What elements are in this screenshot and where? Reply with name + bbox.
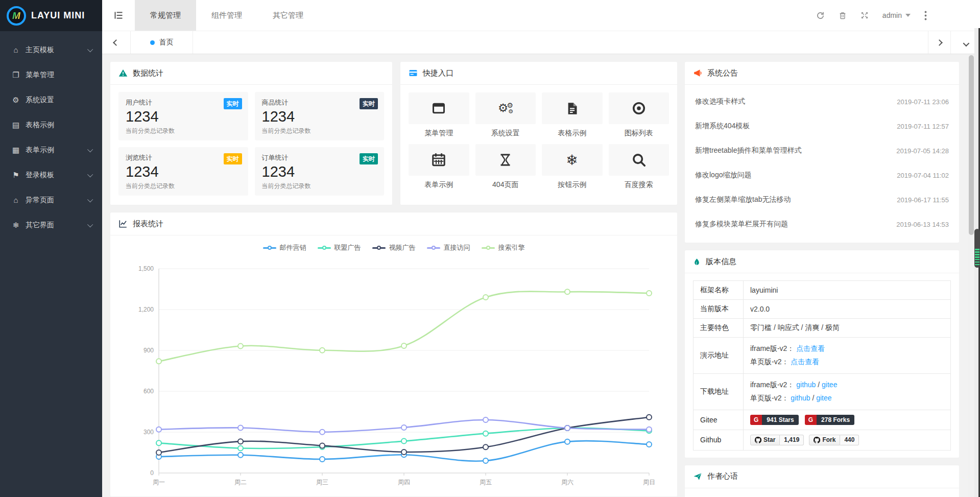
gitee-badge[interactable]: G941 Stars bbox=[750, 415, 799, 425]
legend-item-邮件营销[interactable]: 邮件营销 bbox=[263, 243, 306, 252]
stat-caption: 当前分类总记录数 bbox=[126, 127, 241, 135]
legend-item-联盟广告[interactable]: 联盟广告 bbox=[318, 243, 361, 252]
version-link[interactable]: gitee bbox=[816, 394, 831, 402]
gitee-badge[interactable]: G278 Forks bbox=[805, 415, 854, 425]
notice-text: 修复左侧菜单缩放tab无法移动 bbox=[695, 195, 791, 204]
svg-text:周五: 周五 bbox=[480, 479, 492, 486]
quick-card-title: 快捷入口 bbox=[423, 68, 453, 78]
megaphone-icon bbox=[693, 68, 702, 78]
sidebar-item-login-template[interactable]: ⚑登录模板 bbox=[0, 162, 102, 187]
top-navbar: 常规管理组件管理其它管理 admin bbox=[102, 0, 980, 31]
quick-entry-label: 系统设置 bbox=[475, 129, 536, 138]
quick-entry-系统设置[interactable]: ⚙⚙⚙系统设置 bbox=[475, 92, 536, 138]
notice-item[interactable]: 修复多模块菜单栏展开有问题2019-06-13 14:53 bbox=[695, 212, 949, 236]
more-options-icon[interactable] bbox=[924, 11, 927, 20]
notice-item[interactable]: 新增treetable插件和菜单管理样式2019-07-05 14:28 bbox=[695, 138, 949, 163]
report-line-chart: 03006009001,2001,500周一周二周三周四周五周六周日 bbox=[118, 253, 670, 493]
sidebar-item-label: 登录模板 bbox=[26, 171, 89, 180]
sidebar-item-other-interface[interactable]: ❄其它界面 bbox=[0, 212, 102, 238]
report-card-title: 报表统计 bbox=[133, 219, 163, 229]
svg-text:周一: 周一 bbox=[153, 479, 165, 486]
chart-legend: 邮件营销联盟广告视频广告直接访问搜索引擎 bbox=[110, 235, 677, 253]
notice-list: 修改选项卡样式2019-07-11 23:06新增系统404模板2019-07-… bbox=[685, 85, 959, 243]
quick-grid: 菜单管理⚙⚙⚙系统设置表格示例图标列表表单示例404页面❄按钮示例百度搜索 bbox=[400, 85, 677, 197]
version-card-title: 版本信息 bbox=[706, 257, 736, 267]
sidebar-item-menu-manage[interactable]: ❐菜单管理 bbox=[0, 62, 102, 87]
tab-scroll-left-button[interactable] bbox=[102, 31, 131, 54]
window-scrollbar-track[interactable] bbox=[974, 28, 980, 497]
version-row-label: Github bbox=[694, 430, 744, 450]
notice-text: 修改选项卡样式 bbox=[695, 97, 745, 106]
notice-item[interactable]: 修改选项卡样式2019-07-11 23:06 bbox=[695, 89, 949, 114]
legend-label: 直接访问 bbox=[444, 243, 470, 252]
version-link[interactable]: gitee bbox=[822, 381, 837, 389]
svg-text:⚙: ⚙ bbox=[508, 108, 513, 114]
legend-item-直接访问[interactable]: 直接访问 bbox=[427, 243, 470, 252]
credit-card-icon bbox=[409, 68, 418, 78]
version-link[interactable]: 点击查看 bbox=[796, 344, 825, 352]
svg-text:周二: 周二 bbox=[234, 479, 247, 486]
legend-label: 邮件营销 bbox=[280, 243, 306, 252]
svg-text:900: 900 bbox=[144, 347, 154, 354]
quick-entry-表格示例[interactable]: 表格示例 bbox=[542, 92, 603, 138]
collapse-sidebar-icon[interactable] bbox=[102, 0, 135, 31]
right-column: 系统公告 修改选项卡样式2019-07-11 23:06新增系统404模板201… bbox=[684, 61, 960, 497]
legend-label: 联盟广告 bbox=[334, 243, 361, 252]
stat-value: 1234 bbox=[262, 163, 377, 180]
version-link[interactable]: github bbox=[791, 394, 810, 402]
quick-entry-表单示例[interactable]: 表单示例 bbox=[409, 144, 469, 190]
notice-item[interactable]: 修复左侧菜单缩放tab无法移动2019-06-17 11:55 bbox=[695, 187, 949, 212]
stat-caption: 当前分类总记录数 bbox=[262, 127, 377, 135]
home-icon: ⌂ bbox=[10, 45, 21, 54]
quick-entry-404页面[interactable]: 404页面 bbox=[475, 144, 536, 190]
svg-text:周日: 周日 bbox=[643, 479, 655, 486]
quick-entry-菜单管理[interactable]: 菜单管理 bbox=[409, 92, 469, 138]
tab-scroll-right-button[interactable] bbox=[928, 31, 950, 54]
realtime-badge: 实时 bbox=[224, 98, 242, 109]
version-card: 版本信息 框架名称layuimini当前版本v2.0.0主要特色零门槛 / 响应… bbox=[684, 250, 960, 458]
version-row-value: v2.0.0 bbox=[744, 300, 951, 319]
sidebar-item-form-example[interactable]: ▦表单示例 bbox=[0, 137, 102, 162]
github-badge[interactable]: Star1,419 bbox=[750, 435, 804, 445]
quick-entry-图标列表[interactable]: 图标列表 bbox=[609, 92, 670, 138]
notice-item[interactable]: 新增系统404模板2019-07-11 12:57 bbox=[695, 114, 949, 138]
content-scrollbar-track[interactable] bbox=[968, 54, 974, 497]
sidebar-item-table-example[interactable]: ▤表格示例 bbox=[0, 112, 102, 137]
realtime-badge: 实时 bbox=[360, 98, 378, 109]
github-badge[interactable]: Fork440 bbox=[809, 435, 859, 445]
content-scrollbar-thumb[interactable] bbox=[969, 55, 974, 235]
notice-text: 新增treetable插件和菜单管理样式 bbox=[695, 146, 801, 155]
top-tab-其它管理[interactable]: 其它管理 bbox=[257, 0, 319, 31]
svg-text:1,500: 1,500 bbox=[138, 265, 154, 272]
page-tab-bar: 首页 bbox=[102, 31, 980, 54]
top-tab-常规管理[interactable]: 常规管理 bbox=[135, 0, 196, 31]
fullscreen-icon[interactable] bbox=[861, 11, 869, 19]
quick-entry-按钮示例[interactable]: ❄按钮示例 bbox=[542, 144, 603, 190]
sidebar-item-home-template[interactable]: ⌂主页模板 bbox=[0, 37, 102, 62]
flag-icon: ⚑ bbox=[10, 171, 21, 180]
quick-entry-百度搜索[interactable]: 百度搜索 bbox=[609, 144, 670, 190]
user-menu[interactable]: admin bbox=[882, 11, 911, 19]
version-row-value: G941 StarsG278 Forks bbox=[744, 410, 951, 430]
caret-down-icon bbox=[905, 14, 911, 17]
version-row-label: 主要特色 bbox=[694, 319, 744, 338]
top-tab-组件管理[interactable]: 组件管理 bbox=[196, 0, 257, 31]
version-row-label: 框架名称 bbox=[694, 281, 744, 300]
sidebar-item-error-page[interactable]: ⌂异常页面 bbox=[0, 187, 102, 212]
quick-entry-label: 菜单管理 bbox=[409, 129, 469, 138]
legend-item-视频广告[interactable]: 视频广告 bbox=[372, 243, 416, 252]
notice-item[interactable]: 修改logo缩放问题2019-07-04 11:02 bbox=[695, 163, 949, 187]
doc-icon: ▤ bbox=[10, 121, 21, 130]
version-link[interactable]: 点击查看 bbox=[791, 358, 819, 366]
window-scrollbar-thumb[interactable] bbox=[974, 229, 980, 268]
svg-text:❄: ❄ bbox=[566, 152, 578, 168]
trash-icon[interactable] bbox=[839, 11, 847, 20]
tab-home[interactable]: 首页 bbox=[131, 31, 193, 54]
refresh-icon[interactable] bbox=[816, 11, 825, 20]
version-row-value: 零门槛 / 响应式 / 清爽 / 极简 bbox=[744, 319, 951, 338]
version-link[interactable]: github bbox=[796, 381, 816, 389]
sidebar-item-system-setting[interactable]: ⚙系统设置 bbox=[0, 87, 102, 112]
legend-item-搜索引擎[interactable]: 搜索引擎 bbox=[482, 243, 525, 252]
sidebar-item-label: 表单示例 bbox=[26, 146, 89, 155]
notice-text: 新增系统404模板 bbox=[695, 122, 750, 131]
